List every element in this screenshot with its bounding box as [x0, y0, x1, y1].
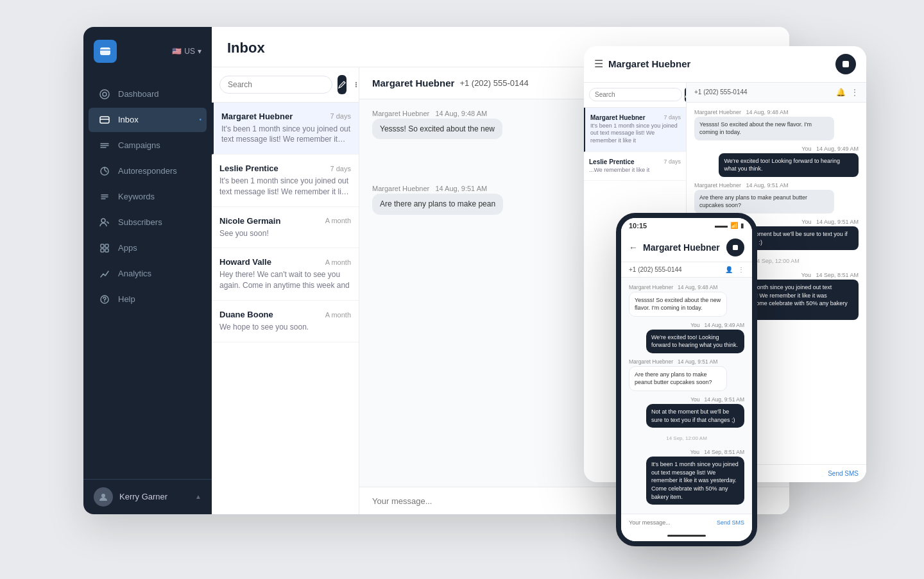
campaigns-icon	[99, 140, 110, 151]
phone-contact-phone: +1 (202) 555-0144	[629, 266, 682, 273]
sidebar-item-label-apps: Apps	[118, 243, 137, 253]
conv-preview-howard: Hey there! We can't wait to see you agai…	[219, 269, 351, 291]
compose-button[interactable]	[338, 75, 346, 94]
sidebar-item-apps[interactable]: Apps	[89, 236, 207, 260]
conversation-list: Margaret Huebner 7 days It's been 1 mont…	[212, 67, 359, 514]
phone-back-button[interactable]: ←	[629, 242, 638, 253]
keywords-icon	[99, 191, 110, 203]
phone-msg-bubble: It's been 1 month since you joined out t…	[646, 457, 744, 505]
tablet-conv-item-leslie[interactable]: Leslie Prentice 7 days ...We remember it…	[584, 152, 686, 181]
hamburger-icon[interactable]: ☰	[594, 58, 603, 70]
sidebar-item-keywords[interactable]: Keywords	[89, 185, 207, 209]
tablet-more-icon[interactable]: ⋮	[851, 88, 859, 97]
tablet-notify-icon[interactable]: 🔔	[836, 88, 846, 97]
msg-sender: Margaret Huebner 14 Aug, 9:51 AM	[372, 185, 487, 192]
phone-more-icon[interactable]: ⋮	[738, 266, 744, 273]
conv-name-margaret: Margaret Huebner	[221, 112, 293, 121]
conv-item-header: Leslie Prentice 7 days	[219, 164, 351, 173]
svg-point-5	[101, 219, 105, 222]
sidebar-item-dashboard[interactable]: Dashboard	[89, 82, 207, 106]
tablet-msg-row: You 14 Aug, 9:49 AM We're excited too! L…	[694, 146, 859, 177]
phone-chat-input[interactable]	[629, 519, 717, 526]
user-avatar	[94, 487, 113, 507]
phone-msg-row: You 14 Aug, 9:49 AM We're excited too! L…	[629, 322, 744, 353]
phone-profile-icon[interactable]: 👤	[725, 266, 733, 273]
sidebar-item-label-dashboard: Dashboard	[118, 89, 159, 99]
sidebar-item-label-campaigns: Campaigns	[118, 140, 160, 150]
tablet-conv-item-margaret[interactable]: Margaret Huebner 7 days It's been 1 mont…	[584, 108, 686, 152]
conv-preview-duane: We hope to see you soon.	[219, 322, 351, 333]
phone-time: 10:15	[629, 222, 647, 230]
tablet-conv-name-leslie: Leslie Prentice	[589, 158, 635, 165]
sidebar: 🇺🇸 US ▾ Dashboard	[83, 27, 212, 514]
sidebar-user[interactable]: Kerry Garner ▲	[83, 479, 212, 514]
search-bar	[212, 67, 359, 103]
subscribers-icon	[99, 217, 110, 228]
conv-time-howard: A month	[325, 258, 351, 266]
conversation-item-howard[interactable]: Howard Valle A month Hey there! We can't…	[212, 248, 359, 301]
conv-name-duane: Duane Boone	[219, 310, 273, 319]
conversation-item-margaret[interactable]: Margaret Huebner 7 days It's been 1 mont…	[212, 103, 359, 155]
phone-header: ← Margaret Huebner	[621, 233, 752, 262]
nav-items: Dashboard Inbox	[83, 76, 212, 479]
locale-selector[interactable]: 🇺🇸 US ▾	[172, 47, 201, 56]
svg-rect-3	[100, 117, 109, 123]
svg-point-12	[355, 81, 357, 83]
tablet-msg-sender: Margaret Huebner 14 Aug, 9:48 AM	[694, 109, 789, 115]
phone-send-button[interactable]: Send SMS	[717, 519, 744, 526]
conv-time-duane: A month	[325, 311, 351, 319]
dashboard-icon	[99, 88, 110, 100]
conv-time-leslie: 7 days	[330, 165, 351, 172]
svg-point-11	[101, 494, 105, 498]
tablet-search-input[interactable]	[589, 88, 682, 101]
autoresponders-icon	[99, 165, 110, 177]
phone-msg-row: You 14 Sep, 8:51 AM It's been 1 month si…	[629, 449, 744, 505]
svg-rect-16	[733, 245, 738, 250]
conv-item-header: Nicole Germain A month	[219, 216, 351, 226]
sidebar-item-autoresponders[interactable]: Autoresponders	[89, 159, 207, 183]
svg-rect-9	[105, 249, 108, 252]
tablet-msg-sender: You 14 Sep, 8:51 AM	[801, 272, 859, 278]
phone-home-bar	[621, 531, 752, 541]
svg-point-1	[100, 90, 109, 99]
conv-time-margaret: 7 days	[330, 112, 351, 120]
tablet-action-button[interactable]	[835, 54, 856, 74]
msg-bubble: Yessss! So excited about the new	[372, 119, 502, 140]
analytics-icon	[99, 268, 110, 280]
chat-contact-name: Margaret Huebner	[372, 78, 454, 88]
tablet-chat-subheader: +1 (202) 555-0144 🔔 ⋮	[687, 83, 866, 103]
scene: 🇺🇸 US ▾ Dashboard	[51, 27, 873, 553]
help-icon	[99, 294, 110, 305]
wifi-icon: 📶	[730, 222, 738, 229]
phone-messages: Margaret Huebner 14 Aug, 9:48 AM Yessss!…	[621, 278, 752, 514]
phone-status-icons: ▬▬ 📶 ▮	[715, 222, 744, 229]
sidebar-item-help[interactable]: Help	[89, 287, 207, 312]
tablet-send-button[interactable]: Send SMS	[828, 470, 859, 477]
sidebar-item-subscribers[interactable]: Subscribers	[89, 210, 207, 235]
sidebar-item-inbox[interactable]: Inbox	[89, 108, 207, 132]
search-input[interactable]	[219, 76, 332, 94]
tablet-msg-bubble: Yessss! So excited about the new flavor.…	[694, 117, 834, 140]
tablet-conv-preview-leslie: ...We remember it like it	[589, 167, 681, 174]
conversation-item-leslie[interactable]: Leslie Prentice 7 days It's been 1 month…	[212, 155, 359, 207]
sidebar-item-analytics[interactable]: Analytics	[89, 262, 207, 286]
signal-icon: ▬▬	[715, 222, 728, 229]
svg-rect-15	[843, 61, 849, 67]
tablet-conv-time-leslie: 7 days	[663, 158, 681, 165]
conv-preview-margaret: It's been 1 month since you joined out t…	[221, 124, 351, 146]
conv-item-header: Howard Valle A month	[219, 257, 351, 267]
tablet-conv-preview-margaret: It's been 1 month since you joined out t…	[590, 122, 681, 145]
conv-item-header: Margaret Huebner 7 days	[221, 112, 351, 121]
phone-msg-row: Margaret Huebner 14 Aug, 9:48 AM Yessss!…	[629, 284, 744, 317]
phone-status-bar: 10:15 ▬▬ 📶 ▮	[621, 218, 752, 233]
conversation-item-nicole[interactable]: Nicole Germain A month See you soon!	[212, 207, 359, 249]
phone-msg-bubble: Are there any plans to make peanut butte…	[629, 366, 727, 391]
phone-msg-bubble: Not at the moment but we'll be sure to t…	[646, 404, 744, 428]
conversation-item-duane[interactable]: Duane Boone A month We hope to see you s…	[212, 301, 359, 342]
phone-action-button[interactable]	[726, 239, 744, 256]
sidebar-item-campaigns[interactable]: Campaigns	[89, 133, 207, 158]
phone-msg-sender: You 14 Aug, 9:49 AM	[690, 322, 744, 328]
tablet-msg-row: Margaret Huebner 14 Aug, 9:48 AM Yessss!…	[694, 109, 859, 140]
svg-rect-8	[101, 249, 104, 252]
conv-name-nicole: Nicole Germain	[219, 216, 280, 226]
